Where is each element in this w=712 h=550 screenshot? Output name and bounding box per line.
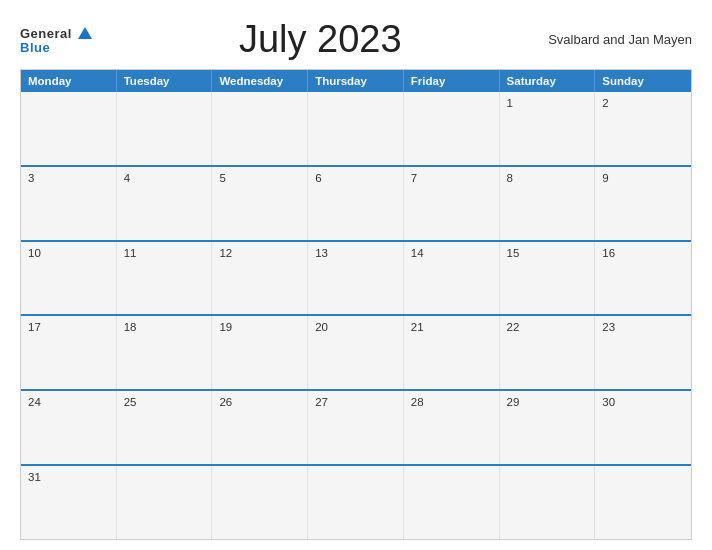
calendar-day-19: 19 xyxy=(212,316,308,389)
day-number: 26 xyxy=(219,396,232,408)
header-sunday: Sunday xyxy=(595,70,691,92)
calendar-empty-cell xyxy=(117,466,213,539)
region-label: Svalbard and Jan Mayen xyxy=(548,32,692,47)
day-number: 8 xyxy=(507,172,513,184)
calendar-page: General Blue July 2023 Svalbard and Jan … xyxy=(0,0,712,550)
calendar-empty-cell xyxy=(595,466,691,539)
calendar-empty-cell xyxy=(308,92,404,165)
calendar-day-30: 30 xyxy=(595,391,691,464)
calendar-day-7: 7 xyxy=(404,167,500,240)
day-number: 20 xyxy=(315,321,328,333)
calendar-day-22: 22 xyxy=(500,316,596,389)
day-number: 25 xyxy=(124,396,137,408)
calendar-day-24: 24 xyxy=(21,391,117,464)
calendar-day-6: 6 xyxy=(308,167,404,240)
day-number: 28 xyxy=(411,396,424,408)
calendar-day-25: 25 xyxy=(117,391,213,464)
calendar-day-2: 2 xyxy=(595,92,691,165)
calendar-day-10: 10 xyxy=(21,242,117,315)
calendar-empty-cell xyxy=(21,92,117,165)
calendar-day-12: 12 xyxy=(212,242,308,315)
calendar-week-2: 3456789 xyxy=(21,165,691,240)
calendar-day-26: 26 xyxy=(212,391,308,464)
calendar-header-row: Monday Tuesday Wednesday Thursday Friday… xyxy=(21,70,691,92)
day-number: 5 xyxy=(219,172,225,184)
calendar-week-4: 17181920212223 xyxy=(21,314,691,389)
calendar-day-23: 23 xyxy=(595,316,691,389)
logo-triangle-icon xyxy=(78,27,92,39)
day-number: 29 xyxy=(507,396,520,408)
header-thursday: Thursday xyxy=(308,70,404,92)
day-number: 14 xyxy=(411,247,424,259)
calendar-day-4: 4 xyxy=(117,167,213,240)
calendar-day-21: 21 xyxy=(404,316,500,389)
calendar-week-6: 31 xyxy=(21,464,691,539)
day-number: 23 xyxy=(602,321,615,333)
day-number: 21 xyxy=(411,321,424,333)
day-number: 1 xyxy=(507,97,513,109)
day-number: 6 xyxy=(315,172,321,184)
day-number: 22 xyxy=(507,321,520,333)
calendar-day-9: 9 xyxy=(595,167,691,240)
calendar-day-18: 18 xyxy=(117,316,213,389)
calendar-empty-cell xyxy=(404,466,500,539)
day-number: 12 xyxy=(219,247,232,259)
calendar-grid: Monday Tuesday Wednesday Thursday Friday… xyxy=(20,69,692,540)
calendar-title: July 2023 xyxy=(92,18,548,61)
day-number: 3 xyxy=(28,172,34,184)
calendar-week-1: 12 xyxy=(21,92,691,165)
calendar-day-14: 14 xyxy=(404,242,500,315)
day-number: 24 xyxy=(28,396,41,408)
calendar-empty-cell xyxy=(404,92,500,165)
calendar-day-1: 1 xyxy=(500,92,596,165)
day-number: 18 xyxy=(124,321,137,333)
calendar-body: 1234567891011121314151617181920212223242… xyxy=(21,92,691,539)
header-monday: Monday xyxy=(21,70,117,92)
calendar-day-28: 28 xyxy=(404,391,500,464)
calendar-empty-cell xyxy=(212,92,308,165)
calendar-day-17: 17 xyxy=(21,316,117,389)
day-number: 7 xyxy=(411,172,417,184)
header-friday: Friday xyxy=(404,70,500,92)
calendar-empty-cell xyxy=(117,92,213,165)
header-saturday: Saturday xyxy=(500,70,596,92)
day-number: 11 xyxy=(124,247,137,259)
calendar-day-13: 13 xyxy=(308,242,404,315)
calendar-day-27: 27 xyxy=(308,391,404,464)
day-number: 30 xyxy=(602,396,615,408)
header-wednesday: Wednesday xyxy=(212,70,308,92)
day-number: 27 xyxy=(315,396,328,408)
day-number: 31 xyxy=(28,471,41,483)
logo-general-text: General xyxy=(20,25,92,41)
calendar-header: General Blue July 2023 Svalbard and Jan … xyxy=(20,18,692,61)
day-number: 9 xyxy=(602,172,608,184)
logo: General Blue xyxy=(20,25,92,54)
calendar-day-5: 5 xyxy=(212,167,308,240)
calendar-week-3: 10111213141516 xyxy=(21,240,691,315)
calendar-week-5: 24252627282930 xyxy=(21,389,691,464)
calendar-day-11: 11 xyxy=(117,242,213,315)
calendar-day-16: 16 xyxy=(595,242,691,315)
logo-blue-text: Blue xyxy=(20,41,92,54)
calendar-empty-cell xyxy=(308,466,404,539)
day-number: 15 xyxy=(507,247,520,259)
calendar-day-3: 3 xyxy=(21,167,117,240)
day-number: 19 xyxy=(219,321,232,333)
day-number: 13 xyxy=(315,247,328,259)
day-number: 16 xyxy=(602,247,615,259)
calendar-empty-cell xyxy=(212,466,308,539)
calendar-day-31: 31 xyxy=(21,466,117,539)
day-number: 17 xyxy=(28,321,41,333)
calendar-day-20: 20 xyxy=(308,316,404,389)
calendar-day-15: 15 xyxy=(500,242,596,315)
calendar-day-8: 8 xyxy=(500,167,596,240)
header-tuesday: Tuesday xyxy=(117,70,213,92)
day-number: 10 xyxy=(28,247,41,259)
calendar-day-29: 29 xyxy=(500,391,596,464)
day-number: 2 xyxy=(602,97,608,109)
day-number: 4 xyxy=(124,172,130,184)
calendar-empty-cell xyxy=(500,466,596,539)
